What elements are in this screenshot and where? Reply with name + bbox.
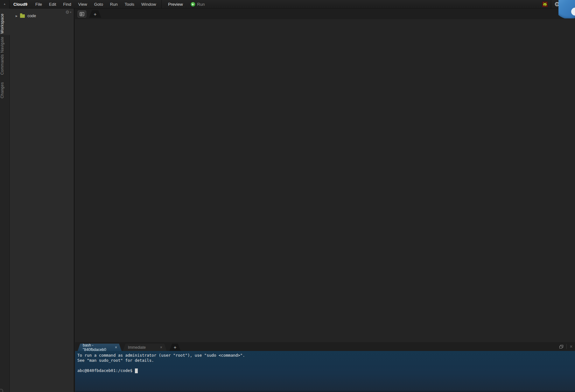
restore-front-square <box>559 346 562 348</box>
folder-name: code <box>27 14 36 18</box>
maximize-console-icon[interactable] <box>559 345 563 348</box>
sidebar-tab-commands[interactable]: Commands <box>0 56 10 75</box>
cloud9-corner-ribbon[interactable] <box>558 0 575 18</box>
sidebar-tab-navigate[interactable]: Navigate <box>0 37 10 53</box>
menubar-divider <box>161 0 162 9</box>
console-bar-controls: × <box>559 342 572 351</box>
run-play-icon: ▶ <box>191 2 195 7</box>
run-button[interactable]: ▶ Run <box>187 2 208 7</box>
collapse-arrow-icon: ▲ <box>4 3 6 5</box>
menu-view[interactable]: View <box>75 0 91 9</box>
terminal-prompt-row: abc@840fbdaceb01:/code$ <box>77 368 575 373</box>
terminal-prompt: abc@840fbdaceb01:/code$ <box>77 368 132 373</box>
tree-row-code-folder[interactable]: ▶ code <box>10 13 74 19</box>
preview-button[interactable]: Preview <box>164 0 187 9</box>
cloud9-ide-window: ▲ Cloud9 File Edit Find View Goto Run To… <box>0 0 575 392</box>
workspace-file-tree-panel: ⚙ ▾ ▶ code <box>10 9 74 392</box>
console-tab-immediate[interactable]: Immediate × <box>123 344 167 351</box>
close-console-icon[interactable]: × <box>570 344 572 349</box>
disclosure-triangle-icon[interactable]: ▶ <box>16 15 18 18</box>
bottom-left-corner-curve <box>0 389 3 392</box>
terminal-blank-line <box>77 363 575 368</box>
menu-window[interactable]: Window <box>138 0 159 9</box>
editor-area: + <box>75 9 575 342</box>
debug-bug-icon[interactable] <box>542 2 548 7</box>
new-console-tab-button[interactable]: + <box>169 344 181 351</box>
close-icon[interactable]: × <box>115 345 117 350</box>
sidebar-tab-workspace[interactable]: Workspace <box>0 11 10 36</box>
terminal-line: See "man sudo_root" for details. <box>77 358 575 363</box>
console-tab-bash-label: bash - "840fbdaceb0 <box>83 343 112 352</box>
open-files-list-button[interactable] <box>78 10 86 18</box>
console-panel: bash - "840fbdaceb0 × Immediate × + × To… <box>75 342 575 392</box>
editor-tab-bar: + <box>75 9 575 19</box>
console-tab-bash[interactable]: bash - "840fbdaceb0 × <box>78 344 122 351</box>
menu-bar: ▲ Cloud9 File Edit Find View Goto Run To… <box>0 0 575 9</box>
console-bar-divider <box>566 344 567 349</box>
menu-file[interactable]: File <box>32 0 46 9</box>
left-panel-tab-strip: Workspace Navigate Commands Changes <box>0 9 10 392</box>
console-tab-bar: bash - "840fbdaceb0 × Immediate × + × <box>75 342 575 351</box>
editor-empty-content[interactable] <box>75 19 575 342</box>
menu-edit[interactable]: Edit <box>46 0 60 9</box>
brand-cloud9-menu[interactable]: Cloud9 <box>10 2 32 7</box>
folder-icon <box>20 14 25 18</box>
new-editor-tab-button[interactable]: + <box>89 10 101 18</box>
menu-goto[interactable]: Goto <box>91 0 107 9</box>
menu-run[interactable]: Run <box>107 0 121 9</box>
terminal-cursor <box>135 368 138 373</box>
menubar-divider <box>551 0 551 9</box>
menu-tools[interactable]: Tools <box>121 0 138 9</box>
terminal-line: To run a command as administrator (user … <box>77 353 575 358</box>
console-tab-immediate-label: Immediate <box>128 345 146 350</box>
collapse-menubar-button[interactable]: ▲ <box>0 0 10 9</box>
close-icon[interactable]: × <box>160 345 162 350</box>
terminal-output[interactable]: To run a command as administrator (user … <box>75 351 575 392</box>
tab-list-icon <box>80 12 84 16</box>
menu-find[interactable]: Find <box>60 0 74 9</box>
sidebar-tab-changes[interactable]: Changes <box>0 82 10 99</box>
